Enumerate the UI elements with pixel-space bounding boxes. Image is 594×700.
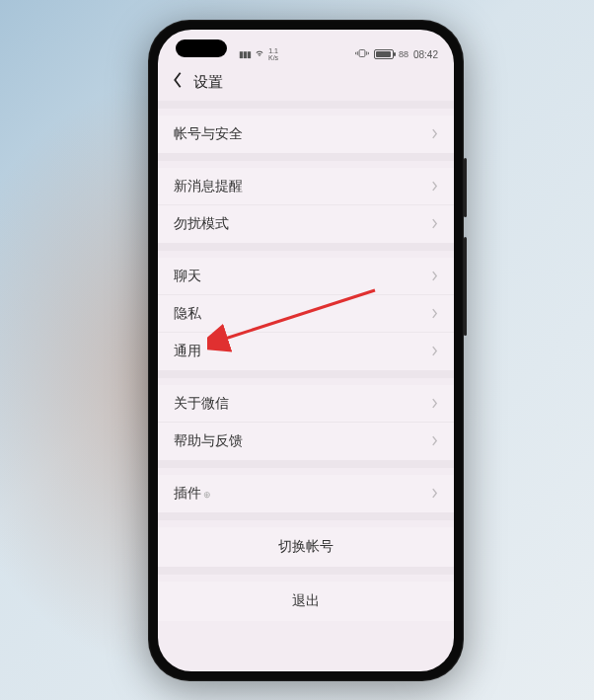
row-label: 帮助与反馈 bbox=[174, 432, 431, 450]
phone-frame: ▮▮▮ 1.1 K/s 88 08:42 bbox=[148, 20, 464, 681]
row-label: 新消息提醒 bbox=[174, 178, 431, 195]
button-label: 切换帐号 bbox=[278, 538, 334, 556]
camera-cutout bbox=[176, 39, 227, 57]
page-title: 设置 bbox=[193, 73, 223, 92]
battery-percent: 88 bbox=[399, 49, 408, 59]
settings-list: 帐号与安全 新消息提醒 勿扰模式 聊天 bbox=[158, 101, 454, 671]
chevron-right-icon bbox=[431, 305, 438, 323]
row-help[interactable]: 帮助与反馈 bbox=[158, 423, 454, 460]
plugin-badge-icon: ⊕ bbox=[203, 490, 211, 500]
phone-screen: ▮▮▮ 1.1 K/s 88 08:42 bbox=[158, 30, 454, 671]
row-label: 聊天 bbox=[174, 268, 431, 285]
row-dnd[interactable]: 勿扰模式 bbox=[158, 205, 454, 243]
chevron-right-icon bbox=[431, 485, 438, 503]
button-label: 退出 bbox=[292, 592, 320, 610]
phone-side-button bbox=[464, 237, 467, 336]
network-speed: 1.1 K/s bbox=[268, 47, 278, 61]
chevron-right-icon bbox=[431, 432, 438, 450]
chevron-right-icon bbox=[431, 268, 438, 285]
phone-side-button bbox=[464, 158, 467, 217]
logout-button[interactable]: 退出 bbox=[158, 582, 454, 621]
svg-rect-0 bbox=[359, 50, 365, 57]
chevron-right-icon bbox=[431, 395, 438, 413]
row-new-message[interactable]: 新消息提醒 bbox=[158, 168, 454, 205]
switch-account-button[interactable]: 切换帐号 bbox=[158, 527, 454, 567]
row-label: 通用 bbox=[174, 343, 431, 360]
row-label: 关于微信 bbox=[174, 395, 431, 413]
row-general[interactable]: 通用 bbox=[158, 333, 454, 370]
vibrate-icon bbox=[355, 47, 369, 61]
clock: 08:42 bbox=[413, 49, 438, 60]
cellular-signal-icon: ▮▮▮ bbox=[239, 49, 251, 59]
row-plugins[interactable]: 插件⊕ bbox=[158, 475, 454, 512]
row-label: 隐私 bbox=[174, 305, 431, 323]
row-label: 勿扰模式 bbox=[174, 215, 431, 233]
battery-icon bbox=[374, 49, 394, 59]
row-chat[interactable]: 聊天 bbox=[158, 258, 454, 295]
nav-header: 设置 bbox=[158, 63, 454, 101]
row-privacy[interactable]: 隐私 bbox=[158, 295, 454, 333]
row-label: 插件⊕ bbox=[174, 485, 431, 503]
row-about[interactable]: 关于微信 bbox=[158, 385, 454, 423]
chevron-right-icon bbox=[431, 178, 438, 195]
row-account-security[interactable]: 帐号与安全 bbox=[158, 116, 454, 153]
chevron-right-icon bbox=[431, 343, 438, 360]
row-label: 帐号与安全 bbox=[174, 125, 431, 143]
chevron-right-icon bbox=[431, 125, 438, 143]
back-button[interactable] bbox=[172, 71, 184, 93]
chevron-right-icon bbox=[431, 215, 438, 233]
wifi-icon bbox=[254, 47, 265, 61]
